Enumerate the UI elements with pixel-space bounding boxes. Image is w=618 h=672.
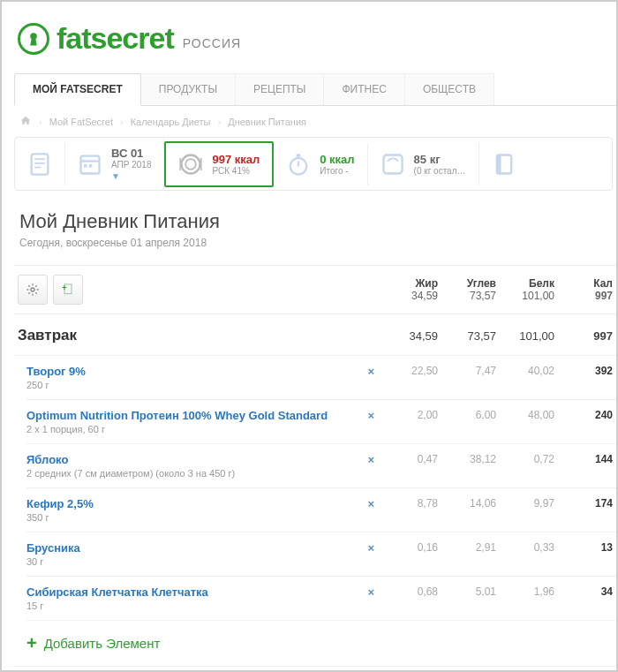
note-icon — [27, 152, 52, 177]
food-prot: 0,33 — [496, 541, 554, 554]
svg-point-10 — [186, 159, 197, 170]
food-qty: 2 средних (7 см диаметром) (около 3 на 4… — [26, 468, 362, 479]
gear-icon — [26, 283, 40, 297]
logo-area: fatsecret Россия — [14, 12, 616, 73]
svg-rect-1 — [32, 154, 49, 174]
tab-fitness[interactable]: ФИТНЕС — [324, 73, 404, 105]
summary-fitness[interactable]: 0 ккал Итого - — [274, 143, 367, 185]
food-qty: 15 г — [26, 600, 362, 611]
breadcrumb-item[interactable]: Мой FatSecret — [49, 117, 113, 127]
logo-region: Россия — [183, 36, 241, 50]
food-prot: 9,97 — [496, 497, 554, 510]
svg-rect-8 — [89, 164, 93, 168]
food-name-link[interactable]: Творог 9% — [26, 365, 362, 378]
food-fat: 0,47 — [380, 453, 438, 465]
remove-food-button[interactable]: × — [362, 453, 380, 466]
remove-food-button[interactable]: × — [362, 365, 380, 378]
food-cal: 34 — [554, 585, 613, 598]
food-carb: 7,47 — [438, 365, 496, 377]
food-qty: 350 г — [26, 512, 362, 523]
col-carb: Углев73,57 — [438, 277, 496, 302]
add-note-icon: + — [61, 283, 75, 297]
food-fat: 2,00 — [380, 409, 438, 421]
tab-recipes[interactable]: РЕЦЕПТЫ — [236, 73, 324, 105]
food-row: Сибирская Клетчатка Клетчатка15 г×0,685,… — [26, 577, 616, 621]
col-cal: Кал997 — [554, 277, 613, 302]
food-name-link[interactable]: Яблоко — [26, 453, 362, 466]
summary-calories[interactable]: 997 ккал РСК 41% — [164, 141, 274, 187]
food-carb: 6,00 — [438, 409, 496, 421]
food-carb: 5,01 — [438, 585, 496, 598]
food-cal: 144 — [554, 453, 613, 465]
food-carb: 14,06 — [438, 497, 496, 510]
food-qty: 250 г — [26, 380, 362, 390]
logo[interactable]: fatsecret — [18, 21, 174, 56]
breadcrumb: › Мой FatSecret › Календарь Диеты › Днев… — [14, 106, 616, 137]
summary-weight[interactable]: 85 кг (0 кг остал… — [368, 143, 479, 185]
summary-print[interactable] — [15, 143, 65, 185]
breadcrumb-item[interactable]: Календарь Диеты — [131, 117, 211, 127]
food-cal: 13 — [554, 541, 613, 554]
food-prot: 1,96 — [496, 585, 554, 598]
food-prot: 0,72 — [496, 453, 554, 465]
food-fat: 0,16 — [380, 541, 438, 554]
date-day: ВС 01 — [111, 147, 151, 160]
chevron-right-icon: › — [120, 117, 124, 127]
journal-icon — [492, 152, 516, 177]
add-item-button[interactable]: + Добавить Элемент — [26, 621, 616, 666]
chevron-right-icon: › — [39, 117, 42, 127]
main-tabs: МОЙ FATSECRET ПРОДУКТЫ РЕЦЕПТЫ ФИТНЕС ОБ… — [14, 73, 616, 106]
food-row: Кефир 2,5%350 г×8,7814,069,97174 — [26, 488, 616, 532]
food-fat: 0,68 — [380, 585, 438, 598]
food-carb: 2,91 — [438, 541, 496, 554]
date-month: АПР 2018 — [111, 160, 151, 170]
remove-food-button[interactable]: × — [362, 585, 380, 599]
remove-food-button[interactable]: × — [362, 497, 380, 510]
svg-rect-18 — [496, 155, 501, 173]
food-name-link[interactable]: Optimum Nutrition Протеин 100% Whey Gold… — [26, 409, 362, 422]
tab-community[interactable]: ОБЩЕСТВ — [405, 73, 494, 105]
meal-header-lunch: Обед — [14, 666, 616, 672]
remove-food-button[interactable]: × — [362, 541, 380, 555]
calories-value: 997 ккал — [212, 153, 260, 166]
page-title: Мой Дневник Питания — [19, 210, 611, 233]
svg-rect-7 — [84, 164, 87, 168]
food-row: Optimum Nutrition Протеин 100% Whey Gold… — [26, 400, 616, 444]
food-name-link[interactable]: Сибирская Клетчатка Клетчатка — [26, 585, 362, 599]
keyhole-icon — [18, 23, 49, 55]
plus-icon: + — [26, 633, 37, 653]
stopwatch-icon — [286, 152, 311, 177]
meal-name: Завтрак — [18, 327, 77, 344]
food-cal: 174 — [554, 497, 613, 510]
meal-header-breakfast: Завтрак 34,59 73,57 101,00 997 — [14, 314, 616, 356]
meal-cal: 997 — [554, 329, 613, 343]
food-list: Творог 9%250 г×22,507,4740,02392Optimum … — [26, 356, 616, 621]
settings-button[interactable] — [18, 275, 48, 305]
tab-products[interactable]: ПРОДУКТЫ — [141, 73, 236, 105]
add-button[interactable]: + — [53, 275, 83, 305]
food-row: Брусника30 г×0,162,910,3313 — [26, 532, 616, 577]
tab-my-fatsecret[interactable]: МОЙ FATSECRET — [14, 73, 141, 106]
svg-point-13 — [290, 158, 307, 175]
svg-rect-15 — [297, 154, 301, 157]
calories-rdi: РСК 41% — [212, 166, 260, 176]
food-prot: 40,02 — [496, 365, 554, 377]
scale-icon — [381, 152, 405, 177]
food-name-link[interactable]: Кефир 2,5% — [26, 497, 362, 510]
meal-fat: 34,59 — [380, 329, 438, 343]
food-row: Яблоко2 средних (7 см диаметром) (около … — [26, 444, 616, 488]
col-prot: Белк101,00 — [496, 277, 554, 302]
summary-journal[interactable] — [479, 143, 529, 185]
chevron-right-icon: › — [218, 117, 222, 127]
weight-value: 85 кг — [414, 153, 466, 166]
breadcrumb-item[interactable]: Дневник Питания — [228, 117, 306, 127]
food-fat: 22,50 — [380, 365, 438, 377]
home-icon[interactable] — [19, 115, 32, 128]
summary-date[interactable]: ВС 01 АПР 2018 ▼ — [65, 138, 164, 190]
weight-remaining: (0 кг остал… — [414, 166, 466, 176]
food-row: Творог 9%250 г×22,507,4740,02392 — [26, 356, 616, 400]
food-prot: 48,00 — [496, 409, 554, 421]
svg-point-9 — [182, 155, 200, 173]
remove-food-button[interactable]: × — [362, 409, 380, 422]
food-name-link[interactable]: Брусника — [26, 541, 362, 555]
